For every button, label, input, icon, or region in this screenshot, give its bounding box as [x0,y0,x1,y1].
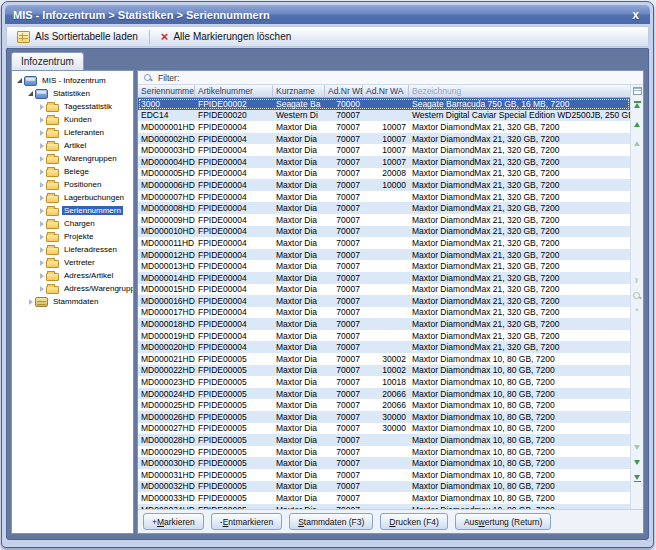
table-row[interactable]: MD000029HDFPIDE00005Maxtor Dia70007Maxto… [138,446,630,458]
load-as-sort-table-button[interactable]: Als Sortiertabelle laden [11,29,144,45]
tab-infozentrum[interactable]: Infozentrum [11,52,84,70]
scroll-up-icon[interactable] [633,120,642,129]
table-row[interactable]: MD000021HDFPIDE00005Maxtor Dia7000730002… [138,353,630,365]
table-row[interactable]: MD000003HDFPIDE00004Maxtor Dia7000710007… [138,144,630,156]
scroll-down-dim-icon[interactable] [633,443,642,452]
tree-item-stammdaten[interactable]: Stammdaten [12,295,133,308]
auswertung-button[interactable]: Auswertung (Return) [455,513,551,530]
table-row[interactable]: EDC14FPIDE00020Western Di70007Western Di… [138,110,630,122]
column-header-seriennummer[interactable]: Seriennummer [138,85,195,97]
expand-icon[interactable] [37,169,46,175]
column-header-kurzname[interactable]: Kurzname [273,85,325,97]
expand-icon[interactable] [37,260,46,266]
table-row[interactable]: MD000028HDFPIDE00005Maxtor Dia70007Maxto… [138,434,630,446]
tree-item-vertreter[interactable]: Vertreter [12,256,133,269]
table-row[interactable]: MD000006HDFPIDE00004Maxtor Dia7000710000… [138,179,630,191]
table-row[interactable]: MD000004HDFPIDE00004Maxtor Dia7000710007… [138,156,630,168]
collapse-icon[interactable] [15,78,24,83]
column-header-adnr-we[interactable]: Ad.Nr WE [325,85,363,97]
tree-item-projekte[interactable]: Projekte [12,230,133,243]
clear-all-marks-button[interactable]: × Alle Markierungen löschen [155,29,297,45]
tree-item-adress-artikel[interactable]: Adress/Artikel [12,269,133,282]
pager-icon[interactable]: ‖ [633,276,642,285]
table-row[interactable]: MD000001HDFPIDE00004Maxtor Dia7000710007… [138,121,630,133]
expand-icon[interactable] [26,299,35,305]
table-row[interactable]: MD000002HDFPIDE00004Maxtor Dia7000710007… [138,133,630,145]
cell-kurzname: Maxtor Dia [273,144,325,156]
tree-item-kunden[interactable]: Kunden [12,113,133,126]
collapse-icon[interactable] [26,91,35,96]
scroll-down-icon[interactable] [633,458,642,467]
table-row[interactable]: MD000027HDFPIDE00005Maxtor Dia7000730000… [138,423,630,435]
expand-icon[interactable] [37,182,46,188]
table-row[interactable]: MD000013HDFPIDE00004Maxtor Dia70007Maxto… [138,260,630,272]
table-row[interactable]: MD000033HDFPIDE00005Maxtor Dia70007Maxto… [138,492,630,504]
table-row[interactable]: MD000018HDFPIDE00004Maxtor Dia70007Maxto… [138,318,630,330]
table-row[interactable]: MD000010HDFPIDE00004Maxtor Dia70007Maxto… [138,226,630,238]
column-header-adnr-wa[interactable]: Ad.Nr WA [363,85,409,97]
table-row[interactable]: MD000023HDFPIDE00005Maxtor Dia7000710018… [138,376,630,388]
expand-icon[interactable] [37,195,46,201]
column-chooser-icon[interactable] [633,86,642,95]
bookmark-icon[interactable]: * [633,306,642,315]
table-row[interactable]: 3000FPIDE00002Seagate Ba70000Seagate Bar… [138,98,630,110]
tree-item-seriennummern[interactable]: Seriennummern [12,204,133,217]
expand-icon[interactable] [37,286,46,292]
tree-item-chargen[interactable]: Chargen [12,217,133,230]
table-row[interactable]: MD000020HDFPIDE00004Maxtor Dia70007Maxto… [138,341,630,353]
table-row[interactable]: MD000026HDFPIDE00005Maxtor Dia7000730000… [138,411,630,423]
button-text: arkieren [164,517,195,527]
tree-item-belege[interactable]: Belege [12,165,133,178]
expand-icon[interactable] [37,273,46,279]
expand-icon[interactable] [37,117,46,123]
expand-icon[interactable] [37,221,46,227]
tree-item-statistiken[interactable]: Statistiken [12,87,133,100]
table-row[interactable]: MD000012HDFPIDE00004Maxtor Dia70007Maxto… [138,249,630,261]
table-row[interactable]: MD000022HDFPIDE00005Maxtor Dia7000710002… [138,365,630,377]
table-row[interactable]: MD000030HDFPIDE00005Maxtor Dia70007Maxto… [138,457,630,469]
search-row-icon[interactable] [633,291,642,300]
tree-item-mis-infozentrum[interactable]: MIS - Infozentrum [12,74,133,87]
table-row[interactable]: MD000032HDFPIDE00005Maxtor Dia70007Maxto… [138,481,630,493]
expand-icon[interactable] [37,130,46,136]
table-row[interactable]: MD000005HDFPIDE00004Maxtor Dia7000720008… [138,168,630,180]
column-header-artikelnummer[interactable]: Artikelnummer [195,85,273,97]
table-row[interactable]: MD000016HDFPIDE00004Maxtor Dia70007Maxto… [138,295,630,307]
expand-icon[interactable] [37,247,46,253]
tree-item-adress-warengruppen[interactable]: Adress/Warengruppen [12,282,133,295]
tree-item-warengruppen[interactable]: Warengruppen [12,152,133,165]
expand-icon[interactable] [37,156,46,162]
table-row[interactable]: MD000011HDFPIDE00004Maxtor Dia70007Maxto… [138,237,630,249]
mark-button[interactable]: + Markieren [143,513,204,530]
expand-icon[interactable] [37,234,46,240]
scroll-bottom-icon[interactable] [633,473,642,482]
table-row[interactable]: MD000015HDFPIDE00004Maxtor Dia70007Maxto… [138,284,630,296]
table-row[interactable]: MD000024HDFPIDE00005Maxtor Dia7000720066… [138,388,630,400]
close-icon[interactable]: x [629,9,642,21]
table-row[interactable]: MD000009HDFPIDE00004Maxtor Dia70007Maxto… [138,214,630,226]
drucken-button[interactable]: Drucken (F4) [380,513,448,530]
table-row[interactable]: MD000014HDFPIDE00004Maxtor Dia70007Maxto… [138,272,630,284]
stammdaten-button[interactable]: Stammdaten (F3) [289,513,373,530]
table-row[interactable]: MD000019HDFPIDE00004Maxtor Dia70007Maxto… [138,330,630,342]
scroll-top-icon[interactable] [633,101,642,110]
tree-item-label: Seriennummern [62,206,123,215]
scroll-up-dim-icon[interactable] [633,139,642,148]
tree-item-lagerbuchungen[interactable]: Lagerbuchungen [12,191,133,204]
table-row[interactable]: MD000025HDFPIDE00005Maxtor Dia7000720066… [138,399,630,411]
tree-item-tagesstatistik[interactable]: Tagesstatistik [12,100,133,113]
table-row[interactable]: MD000008HDFPIDE00004Maxtor Dia70007Maxto… [138,202,630,214]
expand-icon[interactable] [37,208,46,214]
tree-item-artikel[interactable]: Artikel [12,139,133,152]
filter-row[interactable]: Filter: [138,71,643,85]
unmark-button[interactable]: - Entmarkieren [211,513,282,530]
tree-item-positionen[interactable]: Positionen [12,178,133,191]
table-row[interactable]: MD000031HDFPIDE00005Maxtor Dia70007Maxto… [138,469,630,481]
expand-icon[interactable] [37,143,46,149]
tree-item-lieferadressen[interactable]: Lieferadressen [12,243,133,256]
table-row[interactable]: MD000007HDFPIDE00004Maxtor Dia70007Maxto… [138,191,630,203]
table-row[interactable]: MD000017HDFPIDE00004Maxtor Dia70007Maxto… [138,307,630,319]
expand-icon[interactable] [37,104,46,110]
tree-item-lieferanten[interactable]: Lieferanten [12,126,133,139]
column-header-bezeichnung[interactable]: Bezeichnung [409,85,630,97]
